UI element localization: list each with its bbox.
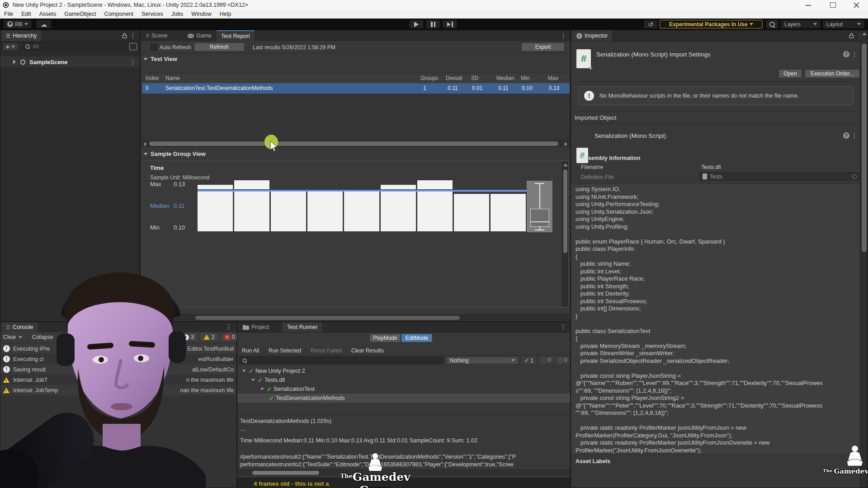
menu-component[interactable]: Component [100, 10, 137, 18]
close-button[interactable] [849, 1, 864, 9]
menu-gameobject[interactable]: GameObject [60, 10, 100, 18]
layers-dropdown[interactable]: Layers [781, 20, 821, 28]
error-count-badge[interactable]: ! 0 [222, 333, 238, 341]
refresh-button[interactable]: Refresh [194, 42, 245, 52]
skip-count-badge[interactable]: 0 [556, 357, 570, 364]
chart-bar-sample-8[interactable] [454, 194, 489, 231]
kebab-menu-icon[interactable]: ⋮ [851, 51, 858, 57]
lock-icon[interactable] [122, 33, 127, 38]
kebab-menu-icon[interactable]: ⋮ [560, 32, 566, 38]
run-all-button[interactable]: Run All [237, 347, 264, 354]
execution-order-button[interactable]: Execution Order... [805, 69, 860, 78]
col-sd[interactable]: SD [471, 75, 479, 81]
help-icon[interactable]: ? [843, 51, 849, 57]
maximize-button[interactable] [826, 1, 841, 9]
menu-services[interactable]: Services [137, 10, 167, 18]
tab-inspector[interactable]: i Inspector [572, 30, 612, 41]
tab-test-runner[interactable]: Test Runner [283, 322, 322, 332]
chart-bar-sample-9[interactable] [491, 194, 526, 231]
clear-results-button[interactable]: Clear Results [347, 347, 388, 354]
search-button[interactable] [766, 20, 778, 28]
undo-history-button[interactable]: ↺ [644, 20, 657, 28]
clear-button[interactable]: Clear [3, 334, 22, 340]
report-toolbar: Auto Refresh Refresh Last results 5/26/2… [141, 41, 570, 53]
play-button[interactable] [409, 20, 424, 28]
rerun-failed-button[interactable]: Rerun Failed [306, 347, 347, 354]
hierarchy-search-input[interactable]: All [22, 42, 127, 50]
export-button[interactable]: Export [521, 42, 565, 52]
foldout-arrow-icon[interactable] [242, 370, 246, 372]
definition-file-field[interactable]: Tests [699, 172, 859, 181]
experimental-packages-button[interactable]: Experimental Packages In Use [660, 20, 763, 28]
kebab-menu-icon[interactable]: ⋮ [851, 132, 858, 139]
tab-hierarchy[interactable]: ☰ Hierarchy [1, 30, 41, 41]
table-row[interactable]: 0 SerializationTest.TestDeserializationM… [142, 83, 570, 94]
col-min[interactable]: Min [521, 75, 529, 81]
col-max[interactable]: Max [548, 75, 558, 81]
kebab-menu-icon[interactable]: ⋮ [560, 324, 566, 330]
test-tree-item-tests-dll[interactable]: ✓Tests.dll [237, 375, 570, 385]
layout-dropdown[interactable]: Layout [823, 20, 864, 28]
filter-dropdown[interactable]: Nothing [446, 357, 519, 364]
minimize-button[interactable] [801, 1, 816, 9]
chart-bar-sample-4[interactable] [307, 189, 343, 231]
menu-assets[interactable]: Assets [35, 10, 61, 18]
test-tree-item-serializationtest[interactable]: ✓SerializationTest [237, 385, 570, 394]
col-median[interactable]: Median [496, 75, 514, 81]
fail-count-badge[interactable]: 0 [539, 357, 553, 364]
step-button[interactable] [443, 20, 457, 28]
inspector-v-scrollbar[interactable] [860, 30, 868, 488]
menu-help[interactable]: Help [216, 10, 236, 18]
tab-scene[interactable]: # Scene [142, 30, 172, 41]
sample-group-foldout[interactable]: Sample Group View [143, 150, 206, 157]
headphone-cup-right [169, 331, 186, 363]
menu-file[interactable]: File [0, 10, 17, 18]
chart-bar-sample-7[interactable] [417, 180, 453, 231]
chart-bar-sample-6[interactable] [381, 185, 416, 231]
playmode-button[interactable]: PlayMode [369, 333, 401, 343]
kebab-menu-icon[interactable]: ⋮ [130, 32, 136, 38]
pass-count-badge[interactable]: ✓ 1 [522, 357, 536, 364]
chart-bar-sample-1[interactable] [198, 185, 233, 231]
help-icon[interactable]: ? [843, 132, 849, 139]
object-picker-icon[interactable] [852, 174, 857, 179]
editmode-button[interactable]: EditMode [401, 333, 433, 343]
foldout-arrow-icon[interactable] [260, 388, 264, 390]
test-tree-item-new-unity-project-2[interactable]: ✓New Unity Project 2 [237, 366, 570, 375]
cloud-button[interactable]: ☁ [36, 20, 52, 28]
col-name[interactable]: Name [165, 75, 180, 81]
create-object-button[interactable] [2, 42, 19, 51]
kebab-menu-icon[interactable]: ⋮ [226, 324, 232, 330]
runner-search-input[interactable] [239, 357, 443, 364]
menu-edit[interactable]: Edit [17, 10, 35, 18]
lock-icon[interactable] [849, 33, 854, 38]
foldout-arrow-icon[interactable] [251, 379, 255, 381]
expand-arrow-icon[interactable] [13, 60, 16, 64]
run-selected-button[interactable]: Run Selected [264, 347, 306, 354]
test-tree-item-testdeserializationmethods[interactable]: ✓TestDeserializationMethods [237, 394, 570, 403]
menu-window[interactable]: Window [187, 10, 215, 18]
col-groups[interactable]: Groups [420, 75, 438, 81]
pause-button[interactable] [426, 20, 440, 28]
foldout-arrow-icon[interactable] [588, 67, 593, 70]
scene-picker-icon[interactable] [129, 43, 137, 50]
tab-game[interactable]: Game [183, 30, 216, 41]
auto-refresh-checkbox[interactable] [151, 44, 157, 51]
editmode-label: EditMode [406, 335, 429, 341]
hierarchy-row-samplescene[interactable]: SampleScene ⋮ [0, 56, 140, 67]
open-button[interactable]: Open [778, 69, 802, 78]
col-deviation[interactable]: Deviati [446, 75, 467, 81]
chart-v-scrollbar[interactable] [562, 162, 568, 306]
script-preview[interactable]: using System.IO; using NUnit.Framework; … [571, 183, 860, 455]
col-index[interactable]: Index [146, 75, 159, 81]
test-view-foldout[interactable]: Test View [143, 56, 177, 62]
kebab-menu-icon[interactable]: ⋮ [130, 59, 136, 65]
chart-bar-sample-5[interactable] [344, 189, 379, 231]
table-h-scrollbar[interactable] [142, 140, 569, 147]
tab-test-report[interactable]: Test Report [217, 30, 255, 41]
menu-jobs[interactable]: Jobs [167, 10, 187, 18]
tab-project[interactable]: Project [238, 322, 274, 332]
chart-bar-sample-3[interactable] [271, 189, 306, 231]
chart-bar-sample-2[interactable] [234, 180, 269, 231]
account-button[interactable]: RB [4, 20, 32, 28]
